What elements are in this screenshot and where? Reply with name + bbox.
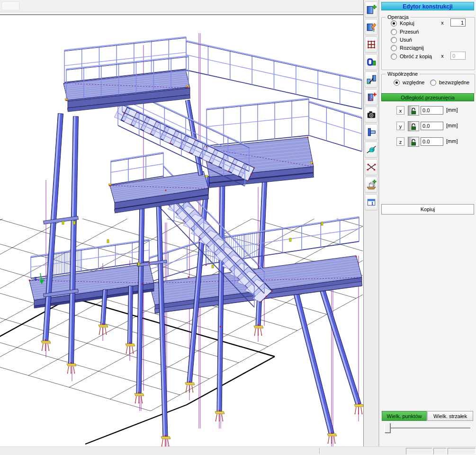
beam-connection-icon xyxy=(366,127,377,137)
move-beam-icon xyxy=(366,74,377,85)
add-element-button[interactable] xyxy=(365,1,377,18)
distance-row-x: x [mm] xyxy=(379,106,476,116)
radio-bezwzgledne[interactable]: bezwzględne xyxy=(430,79,469,86)
copy-section-button[interactable] xyxy=(365,54,377,70)
move-beam-button[interactable] xyxy=(365,71,377,88)
add-node-icon xyxy=(366,92,377,102)
add-support-icon xyxy=(366,179,377,190)
radio-bezwzgledne-circle[interactable] xyxy=(430,80,436,86)
info-icon xyxy=(366,197,377,207)
z-axis-label: z xyxy=(34,275,37,282)
unlock-icon xyxy=(410,107,417,115)
radio-wzgledne[interactable]: względne xyxy=(394,79,424,86)
distance-row-y: y [mm] xyxy=(379,121,476,132)
radio-kopiuj[interactable]: Kopiuj xyxy=(391,20,414,27)
structure-editor-panel: Edytor konstrukcji Operacja Kopiuj x Prz… xyxy=(379,0,476,446)
status-cell xyxy=(433,448,447,455)
copy-section-icon xyxy=(366,57,377,67)
unit-y-label: [mm] xyxy=(446,123,458,128)
copy-multiplier-label: x xyxy=(440,20,445,26)
distance-x-input[interactable] xyxy=(421,106,443,115)
copy-multiplier-input[interactable] xyxy=(450,18,466,27)
unit-x-label: [mm] xyxy=(446,107,458,113)
add-support-button[interactable] xyxy=(365,177,377,193)
axes-cross-icon xyxy=(366,162,377,172)
mesh-grid-icon xyxy=(366,39,377,50)
vertical-toolbar xyxy=(363,0,379,446)
status-bar xyxy=(0,446,476,455)
radio-usun-circle[interactable] xyxy=(391,37,397,43)
3d-viewport-canvas[interactable]: z xyxy=(0,15,363,446)
edit-element-button[interactable] xyxy=(365,19,377,35)
mesh-grid-button[interactable] xyxy=(365,36,377,53)
radio-rozciagnij[interactable]: Rozciągnij xyxy=(391,45,424,51)
radio-wzgledne-circle[interactable] xyxy=(394,80,400,86)
panel-title: Edytor konstrukcji xyxy=(381,2,474,10)
coordinates-group-label: Współrzędne xyxy=(386,71,420,77)
node-axis-button[interactable] xyxy=(365,142,377,158)
radio-kopiuj-circle[interactable] xyxy=(391,20,397,27)
unlock-icon xyxy=(410,123,417,130)
radio-przesun-circle[interactable] xyxy=(391,29,397,35)
node-axis-icon xyxy=(366,144,377,155)
lock-x-button[interactable] xyxy=(408,106,419,116)
axis-y-label: y xyxy=(396,122,404,130)
element-info-button[interactable] xyxy=(365,194,377,210)
arrow-size-button[interactable]: Wielk. strzałek xyxy=(427,411,473,421)
viewport-top-toolbar xyxy=(0,0,363,12)
radio-rozciagnij-circle[interactable] xyxy=(391,45,397,51)
beam-connection-button[interactable] xyxy=(365,124,377,140)
status-divider xyxy=(319,448,320,454)
radio-obroc-circle[interactable] xyxy=(391,54,397,60)
distance-z-input[interactable] xyxy=(421,137,443,146)
add-element-icon xyxy=(366,4,377,15)
camera-icon xyxy=(366,109,377,120)
apply-copy-button[interactable]: Kopiuj xyxy=(381,204,474,214)
application-window: { "viewport": { "axis_indicator_label": … xyxy=(0,0,476,455)
radio-obroc-z-kopia[interactable]: Obróć z kopią xyxy=(391,53,432,60)
distance-row-z: z [mm] xyxy=(379,137,476,147)
radio-przesun[interactable]: Przesuń xyxy=(391,28,419,35)
snapshot-camera-button[interactable] xyxy=(365,107,377,123)
distance-y-input[interactable] xyxy=(421,122,443,130)
add-node-button[interactable] xyxy=(365,89,377,105)
edit-element-icon xyxy=(366,22,377,32)
lock-y-button[interactable] xyxy=(408,121,419,131)
toolbar-placeholder-button[interactable] xyxy=(1,1,19,10)
3d-viewport[interactable]: z xyxy=(0,15,363,446)
rotate-multiplier-input[interactable] xyxy=(450,52,466,60)
status-cell xyxy=(448,448,476,455)
operation-group-label: Operacja xyxy=(386,14,411,20)
unlock-icon xyxy=(410,138,417,146)
axis-x-label: x xyxy=(396,106,404,115)
axes-cross-button[interactable] xyxy=(365,159,377,175)
unit-z-label: [mm] xyxy=(446,138,458,144)
rotate-multiplier-label: x xyxy=(440,53,445,59)
size-slider-track[interactable] xyxy=(387,428,470,429)
radio-usun[interactable]: Usuń xyxy=(391,36,412,43)
axis-z-label: z xyxy=(396,137,404,146)
size-slider-handle[interactable] xyxy=(385,423,390,433)
distance-header: Odległość przesunięcia xyxy=(381,93,474,101)
point-size-button[interactable]: Wielk. punktów xyxy=(382,411,427,421)
status-cell xyxy=(406,448,432,455)
lock-z-button[interactable] xyxy=(408,137,419,147)
